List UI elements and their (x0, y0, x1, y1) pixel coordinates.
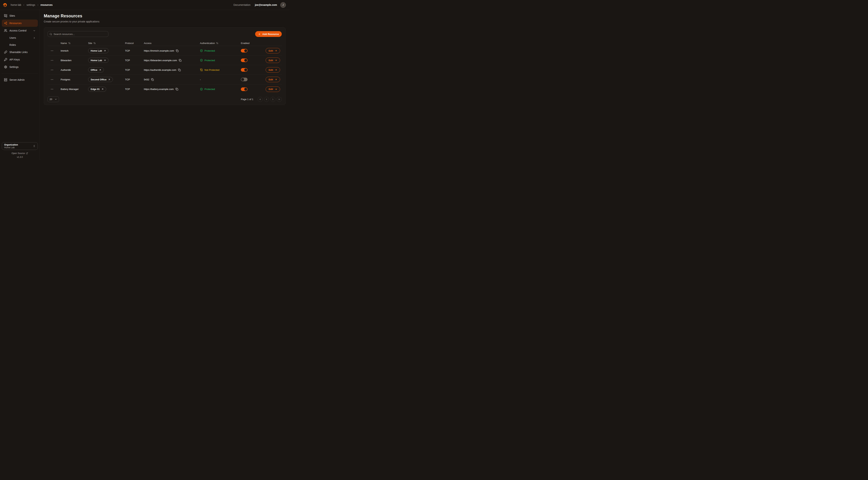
previous-page-button[interactable] (264, 97, 269, 102)
chevrons-up-down-icon (33, 145, 35, 147)
page-subtitle: Create secure proxies to your private ap… (44, 20, 285, 23)
row-menu-button[interactable] (51, 78, 54, 81)
protocol-value: TCP (125, 59, 130, 62)
arrow-right-icon (275, 50, 277, 52)
users-icon (4, 29, 7, 32)
next-page-button[interactable] (270, 97, 275, 102)
pagination: 20 Page 1 of 1 (48, 96, 282, 102)
combine-icon (4, 14, 7, 18)
column-header-name[interactable]: Name (56, 42, 84, 44)
site-link[interactable]: Edge 01 (88, 87, 106, 92)
enabled-toggle[interactable] (241, 58, 248, 62)
row-menu-button[interactable] (51, 59, 54, 62)
sort-icon (93, 42, 96, 44)
chevron-left-icon (265, 98, 268, 101)
access-url: https://bitwarden.example.com (144, 59, 177, 62)
arrow-up-right-icon (104, 59, 106, 62)
protocol-value: TCP (125, 88, 130, 90)
site-link[interactable]: Home Lab (88, 48, 108, 53)
open-source-link[interactable]: Open Source (2, 152, 38, 155)
access-url: https://battery.example.com (144, 88, 174, 90)
documentation-link[interactable]: Documentation (234, 3, 250, 6)
enabled-toggle[interactable] (241, 68, 248, 72)
sidebar-item-settings[interactable]: Settings (2, 63, 38, 70)
column-header-authentication[interactable]: Authentication (195, 42, 237, 44)
auth-status: Protected (200, 59, 215, 62)
link-icon (4, 51, 7, 54)
shield-check-icon (200, 49, 203, 52)
edit-button[interactable]: Edit (266, 87, 280, 92)
enabled-toggle[interactable] (241, 49, 248, 53)
copy-icon[interactable] (179, 59, 182, 62)
table-row: Immich Home Lab TCP https://immich.examp… (48, 46, 282, 56)
avatar[interactable]: J (280, 2, 286, 8)
auth-status: Protected (200, 88, 215, 91)
chevron-right-icon (33, 36, 36, 39)
site-link[interactable]: Second Office (88, 77, 113, 82)
resource-name: Bitwarden (61, 59, 71, 62)
sidebar-item-resources[interactable]: Resources (2, 20, 38, 27)
edit-button[interactable]: Edit (266, 48, 280, 53)
shield-check-icon (200, 88, 203, 91)
site-link[interactable]: Home Lab (88, 58, 108, 63)
breadcrumb-resources[interactable]: resources (40, 3, 53, 6)
resource-name: Immich (61, 50, 69, 52)
sidebar-item-server-admin[interactable]: Server Admin (2, 76, 38, 84)
sidebar-item-access-control[interactable]: Access Control (2, 27, 38, 34)
page-size-select[interactable]: 20 (48, 96, 59, 102)
org-selector-title: Organization (4, 144, 18, 146)
copy-icon[interactable] (176, 50, 179, 52)
search-input[interactable] (54, 33, 106, 35)
protocol-value: TCP (125, 50, 130, 52)
sidebar-item-shareable-links[interactable]: Shareable Links (2, 49, 38, 56)
key-icon (4, 58, 7, 61)
sidebar-item-users[interactable]: Users (2, 34, 38, 41)
row-menu-button[interactable] (51, 88, 54, 91)
chevrons-left-icon (259, 98, 261, 101)
page-title: Manage Resources (44, 13, 285, 19)
shield-off-icon (200, 68, 203, 71)
sidebar-divider (2, 73, 38, 73)
column-header-site[interactable]: Site (84, 42, 121, 44)
resources-card: Add Resource Name Site Protocol Access A… (44, 27, 285, 105)
edit-button[interactable]: Edit (266, 67, 280, 72)
arrow-right-icon (275, 78, 277, 81)
row-menu-button[interactable] (51, 49, 54, 52)
edit-button[interactable]: Edit (266, 58, 280, 63)
version-label: v1.3.0 (2, 156, 38, 158)
access-url: https://immich.example.com (144, 50, 174, 52)
breadcrumb-settings[interactable]: settings (26, 3, 35, 6)
ellipsis-icon (51, 59, 54, 62)
app-logo-icon (3, 3, 7, 7)
arrow-right-icon (275, 59, 277, 62)
user-email[interactable]: joe@example.com (255, 3, 277, 6)
arrow-up-right-icon (101, 88, 104, 90)
site-link[interactable]: Office (88, 67, 104, 72)
chevron-down-icon (33, 29, 36, 32)
copy-icon[interactable] (178, 69, 181, 71)
chevron-right-icon (37, 4, 39, 6)
sidebar-item-sites[interactable]: Sites (2, 12, 38, 19)
copy-icon[interactable] (151, 78, 154, 81)
add-resource-button[interactable]: Add Resource (255, 31, 282, 37)
access-url: https://authentik.example.com (144, 69, 176, 71)
arrow-up-right-icon (104, 50, 106, 52)
column-header-access: Access (140, 42, 195, 44)
column-header-protocol: Protocol (121, 42, 140, 44)
organization-selector[interactable]: Organization Home Lab (2, 142, 38, 150)
sidebar-item-roles[interactable]: Roles (2, 41, 38, 48)
edit-button[interactable]: Edit (266, 77, 280, 82)
external-link-icon (26, 152, 28, 154)
row-menu-button[interactable] (51, 68, 54, 71)
last-page-button[interactable] (277, 97, 282, 102)
chevron-down-icon (55, 98, 57, 100)
copy-icon[interactable] (176, 88, 178, 90)
sidebar-item-api-keys[interactable]: API Keys (2, 56, 38, 63)
first-page-button[interactable] (258, 97, 263, 102)
main-content: Manage Resources Create secure proxies t… (40, 10, 289, 160)
enabled-toggle[interactable] (241, 87, 248, 91)
auth-status: Protected (200, 49, 215, 52)
enabled-toggle[interactable] (241, 78, 248, 81)
arrow-right-icon (275, 69, 277, 71)
breadcrumb-org[interactable]: home-lab (11, 3, 21, 6)
